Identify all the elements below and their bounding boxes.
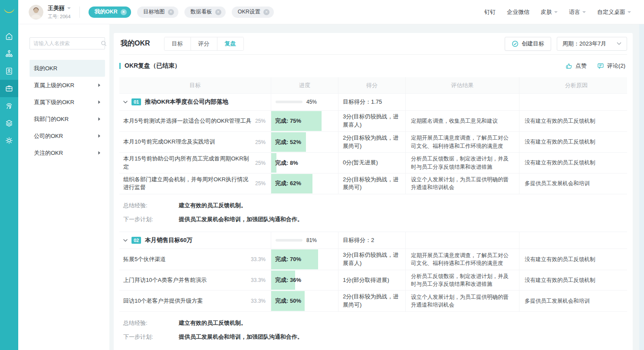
kr-title: 拓展5个伙伴渠道 — [123, 255, 166, 263]
kr-analysis-cell: 没有建立有效的员工反馈机制 — [519, 132, 633, 153]
kr-title: 上门拜访10个A类客户并售前演示 — [123, 276, 207, 284]
section-accent-bar — [119, 63, 121, 69]
org-chart-icon — [5, 49, 13, 58]
kr-progress-cell: 完成: 75% — [271, 111, 338, 131]
close-icon[interactable]: × — [168, 9, 174, 15]
top-menu-label: 企业微信 — [507, 8, 529, 16]
kr-progress-cell: 完成: 52% — [271, 132, 338, 153]
kr-title-cell: 本月15号前协助公司内所有员工完成首周期OKR制定25% — [119, 153, 271, 173]
tab-view[interactable]: 评分 — [191, 37, 217, 50]
divider — [79, 7, 80, 18]
kr-title-cell: 拓展5个伙伴渠道33.3% — [119, 249, 271, 270]
workspace-tab[interactable]: 目标地图× — [137, 7, 178, 18]
kr-title: 本月5号前测试并选择一款适合公司的OKR管理工具 — [123, 117, 251, 125]
chevron-down-icon[interactable] — [67, 7, 71, 11]
person-search[interactable] — [30, 37, 105, 49]
sidebar-item[interactable]: 直属下级的OKR — [30, 94, 105, 111]
objective-score-cell: 目标得分：2 — [338, 232, 406, 249]
kr-progress-fill: 完成: 70% — [271, 249, 318, 269]
kr-row: 上门拜访10个A类客户并售前演示33.3%完成: 36%1分(部分取得进展)分析… — [119, 270, 627, 291]
sidebar-item[interactable]: 直属上级的OKR — [30, 77, 105, 94]
kr-progress-fill: 完成: 75% — [271, 111, 322, 131]
workspace-tab[interactable]: OKR设置× — [232, 7, 274, 18]
avatar[interactable] — [29, 5, 43, 20]
rail-item-org-chart[interactable] — [0, 45, 18, 62]
chevron-down-icon[interactable] — [123, 101, 128, 104]
rail-item-gear[interactable] — [0, 132, 18, 149]
user-name: 王美丽 — [48, 4, 65, 12]
objective-progress-cell: 81% — [271, 232, 338, 249]
id-card-icon — [5, 67, 13, 75]
chevron-right-icon — [98, 100, 101, 104]
column-header: 分析原因 — [519, 77, 633, 93]
rail-item-home[interactable] — [0, 28, 18, 45]
comment-label: 评论(2) — [607, 62, 625, 70]
column-header-label: 评估结果 — [451, 82, 474, 89]
top-menu-link[interactable]: 企业微信 — [507, 8, 529, 16]
rail-item-layers[interactable] — [0, 114, 18, 132]
kr-analysis-cell: 多提供员工发展机会和培训 — [519, 173, 633, 194]
period-select[interactable]: 周期：2023年7月 — [557, 37, 627, 51]
objective-index-badge: 01 — [131, 98, 141, 105]
progress-label: 45% — [306, 99, 317, 105]
kr-progress-label: 完成: 52% — [271, 138, 301, 146]
rail-item-id-card[interactable] — [0, 62, 18, 80]
kr-score-cell: 3分(目标仍较挑战，进展喜人) — [338, 249, 406, 270]
kr-progress-cell: 完成: 70% — [271, 249, 338, 270]
kr-title-cell: 上门拜访10个A类客户并售前演示33.3% — [119, 270, 271, 290]
kr-weight: 25% — [252, 160, 271, 166]
next-plan-label: 下一步计划: — [123, 216, 179, 223]
kr-weight: 25% — [252, 180, 271, 186]
sidebar-item[interactable]: 关注的OKR — [30, 144, 105, 161]
kr-progress-label: 完成: 62% — [271, 180, 301, 187]
scrollbar[interactable] — [639, 24, 644, 350]
top-menu-link[interactable]: 钉钉 — [484, 8, 496, 16]
sidebar-item[interactable]: 我部门的OKR — [30, 111, 105, 128]
top-menu-dropdown[interactable]: 语言 — [569, 8, 586, 16]
rail-item-workbench[interactable] — [0, 80, 18, 97]
kr-title: 本月15号前协助公司内所有员工完成首周期OKR制定 — [123, 155, 252, 170]
comment-button[interactable]: 评论(2) — [597, 62, 625, 70]
close-icon[interactable]: × — [121, 9, 127, 15]
close-icon[interactable]: × — [263, 9, 269, 15]
next-plan-label: 下一步计划: — [123, 333, 179, 341]
rail-item-fingerprint[interactable] — [0, 97, 18, 114]
kr-score-cell: 3分(目标仍较挑战，进展喜人) — [338, 111, 406, 131]
kr-row: 本月10号前完成OKR理念及实践培训25%完成: 52%2分(目标较为挑战，进展… — [119, 132, 627, 153]
sidebar-item[interactable]: 公司的OKR — [30, 128, 105, 144]
tab-active[interactable]: 复盘 — [217, 37, 243, 50]
tab-view[interactable]: 目标 — [164, 37, 191, 50]
create-objective-button[interactable]: 创建目标 — [505, 37, 551, 51]
progress-bar — [276, 101, 302, 103]
top-menu-dropdown[interactable]: 皮肤 — [541, 8, 558, 16]
kr-evaluation-cell: 分析员工反馈数据，制定改进计划，并及时与员工分享反馈结果和改进措施 — [406, 153, 519, 173]
kr-analysis-cell: 没有建立有效的员工反馈机制 — [519, 111, 633, 131]
workspace-tab[interactable]: 数据看板× — [184, 7, 226, 18]
kr-score-cell: 1分(部分取得进展) — [338, 270, 406, 290]
workspace-tab[interactable]: 我的OKR× — [89, 7, 131, 18]
kr-progress-cell: 完成: 50% — [271, 291, 338, 311]
kr-weight: 25% — [252, 118, 271, 124]
search-icon[interactable] — [101, 40, 107, 46]
column-header: 目标 — [119, 77, 271, 93]
kr-score-cell: 2分(目标较为挑战，进展尚可) — [338, 173, 406, 194]
user-info[interactable]: 王美丽 工号: 2064 — [29, 4, 71, 20]
next-plan-row: 下一步计划:提供员工发展机会和培训，加强团队沟通和合作。 — [119, 330, 627, 344]
column-header: 进度 — [271, 77, 338, 93]
kr-progress-label: 完成: 8% — [271, 159, 298, 167]
chevron-down-icon[interactable] — [123, 239, 128, 242]
kr-evaluation-cell: 设立个人发展计划，为员工提供明确的晋升通道和培训机会 — [406, 291, 519, 311]
top-menu-dropdown[interactable]: 自定义桌面 — [597, 8, 631, 16]
kr-progress-cell: 完成: 36% — [271, 270, 338, 290]
app-logo[interactable] — [0, 0, 18, 24]
close-icon[interactable]: × — [215, 9, 221, 15]
sidebar-item[interactable]: 我的OKR — [30, 60, 105, 77]
search-input[interactable] — [33, 40, 101, 46]
next-plan-row: 下一步计划:提供员工发展机会和培训，加强团队沟通和合作。 — [119, 213, 627, 226]
kr-title-cell: 本月10号前完成OKR理念及实践培训25% — [119, 132, 271, 153]
kr-title-cell: 组织各部门建立周会机制，并每周对OKR执行情况进行监督25% — [119, 173, 271, 194]
kr-progress-fill: 完成: 50% — [271, 291, 305, 311]
objective-title: 推动OKR本季度在公司内部落地 — [145, 98, 228, 106]
like-button[interactable]: 点赞 — [565, 62, 587, 70]
kr-row: 组织各部门建立周会机制，并每周对OKR执行情况进行监督25%完成: 62%2分(… — [119, 173, 627, 195]
